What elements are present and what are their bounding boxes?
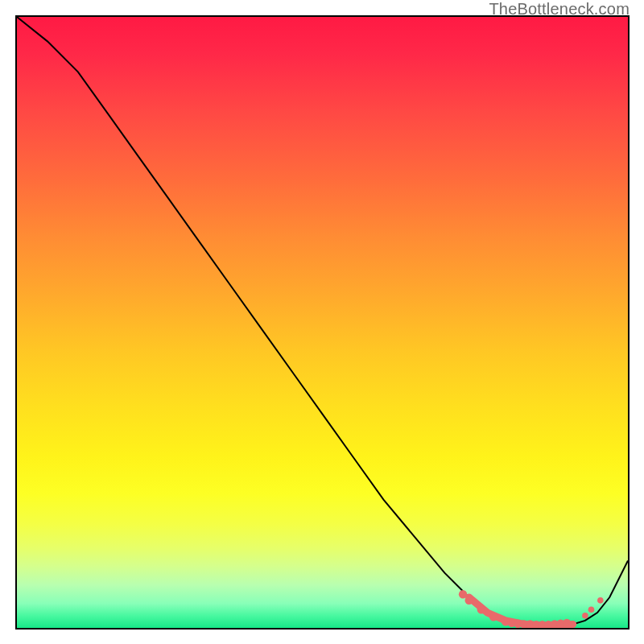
line-series-curve xyxy=(17,17,628,625)
marker-dot xyxy=(459,590,467,598)
marker-dot xyxy=(563,619,571,627)
marker-dot xyxy=(464,597,473,605)
marker-dot xyxy=(588,606,595,613)
marker-dot xyxy=(489,613,497,621)
plot-area xyxy=(15,15,630,630)
data-curve xyxy=(17,17,628,625)
marker-dot xyxy=(477,605,485,613)
watermark-text: TheBottleneck.com xyxy=(489,0,630,19)
chart-svg xyxy=(17,17,628,628)
marker-dot xyxy=(597,597,604,604)
chart-container: TheBottleneck.com xyxy=(0,0,644,644)
marker-dot xyxy=(582,613,588,619)
